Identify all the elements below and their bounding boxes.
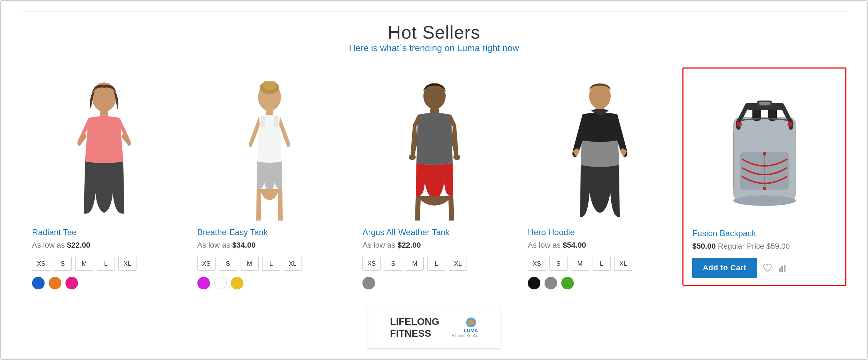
size-xl-hero-hoodie[interactable]: XL [614, 257, 632, 271]
product-price-breathe-easy-tank: As low as $34.00 [197, 241, 342, 250]
product-image-hero-hoodie[interactable] [528, 74, 672, 221]
color-options-breathe-easy-tank [197, 277, 342, 289]
color-options-radiant-tee [32, 277, 177, 289]
product-price-argus-tank: As low as $22.00 [362, 241, 507, 250]
product-name-breathe-easy-tank[interactable]: Breathe-Easy Tank [197, 227, 342, 237]
fusion-special-price: $50.00 [692, 242, 715, 250]
size-xs-argus[interactable]: XS [362, 257, 381, 271]
svg-point-20 [763, 152, 766, 155]
add-to-cart-button[interactable]: Add to Cart [692, 258, 757, 278]
banner-text: LIFELONG FITNESS [390, 316, 439, 339]
product-card-fusion-backpack: Fusion Backpack $50.00 Regular Price $59… [682, 67, 846, 286]
color-white-breathe-easy[interactable] [214, 277, 227, 289]
product-card-breathe-easy-tank: Breathe-Easy Tank As low as $34.00 XS S … [187, 67, 352, 296]
color-options-argus-tank [362, 277, 507, 289]
compare-button[interactable] [778, 263, 787, 272]
svg-point-11 [453, 154, 460, 160]
color-grey-argus[interactable] [362, 277, 375, 289]
color-green-hero-hoodie[interactable] [561, 277, 574, 289]
product-name-radiant-tee[interactable]: Radiant Tee [32, 227, 177, 237]
size-l-argus[interactable]: L [427, 257, 445, 271]
size-xl-breathe-easy[interactable]: XL [284, 257, 302, 271]
product-price-radiant-tee: As low as $22.00 [32, 241, 177, 250]
compare-icon [778, 263, 787, 272]
product-card-radiant-tee: Radiant Tee As low as $22.00 XS S M L XL [22, 67, 187, 296]
wishlist-button[interactable] [763, 263, 772, 273]
section-subtitle: Here is what`s trending on Luma right no… [22, 43, 846, 54]
product-image-argus-tank[interactable] [362, 74, 507, 221]
svg-rect-28 [759, 102, 770, 105]
svg-point-33 [468, 320, 474, 325]
svg-rect-6 [261, 116, 265, 127]
color-pink-radiant-tee[interactable] [65, 277, 78, 289]
svg-rect-25 [737, 122, 742, 126]
size-s-hero-hoodie[interactable]: S [549, 257, 568, 271]
size-options-argus-tank: XS S M L XL [362, 257, 507, 271]
bottom-banner: LIFELONG FITNESS LUMA Fitness Books [22, 307, 846, 349]
product-image-fusion-backpack[interactable] [692, 75, 837, 222]
product-price-fusion-backpack: $50.00 Regular Price $59.00 [692, 242, 837, 251]
color-orange-radiant-tee[interactable] [49, 277, 61, 289]
product-name-hero-hoodie[interactable]: Hero Hoodie [528, 227, 672, 237]
color-purple-breathe-easy[interactable] [197, 277, 210, 289]
product-price-hero-hoodie: As low as $54.00 [528, 241, 672, 250]
product-card-hero-hoodie: Hero Hoodie As low as $54.00 XS S M L XL [517, 67, 683, 296]
product-image-breathe-easy-tank[interactable] [197, 74, 342, 221]
product-card-argus-tank: Argus All-Weather Tank As low as $22.00 … [352, 67, 517, 296]
size-xl-radiant-tee[interactable]: XL [118, 257, 136, 271]
size-options-breathe-easy-tank: XS S M L XL [197, 257, 342, 271]
color-grey-hero-hoodie[interactable] [545, 277, 557, 289]
banner-line2: FITNESS [390, 328, 439, 339]
section-title-bar: Hot Sellers Here is what`s trending on L… [22, 11, 846, 54]
banner-line1: LIFELONG [390, 316, 439, 328]
size-m-radiant-tee[interactable]: M [75, 257, 93, 271]
svg-point-24 [733, 195, 796, 206]
size-s-breathe-easy[interactable]: S [219, 257, 237, 271]
svg-rect-30 [781, 266, 783, 272]
color-black-hero-hoodie[interactable] [528, 277, 540, 289]
size-l-hero-hoodie[interactable]: L [593, 257, 611, 271]
svg-rect-26 [788, 122, 792, 126]
svg-point-10 [409, 154, 416, 160]
size-s-argus[interactable]: S [384, 257, 402, 271]
banner-logo-sub: Fitness Books [452, 333, 478, 338]
color-yellow-breathe-easy[interactable] [231, 277, 243, 289]
color-options-hero-hoodie [528, 277, 672, 289]
size-xs-breathe-easy[interactable]: XS [197, 257, 216, 271]
products-grid: Radiant Tee As low as $22.00 XS S M L XL [22, 67, 846, 296]
size-xs-radiant-tee[interactable]: XS [32, 257, 50, 271]
size-l-radiant-tee[interactable]: L [97, 257, 115, 271]
heart-icon [763, 263, 772, 273]
page-wrapper: Hot Sellers Here is what`s trending on L… [1, 1, 867, 349]
size-xs-hero-hoodie[interactable]: XS [528, 257, 546, 271]
svg-rect-29 [779, 268, 781, 272]
banner-box[interactable]: LIFELONG FITNESS LUMA Fitness Books [368, 307, 500, 349]
size-options-hero-hoodie: XS S M L XL [528, 257, 672, 271]
svg-rect-31 [784, 265, 785, 272]
size-s-radiant-tee[interactable]: S [54, 257, 72, 271]
luma-logo-icon [464, 317, 478, 328]
size-l-breathe-easy[interactable]: L [262, 257, 280, 271]
banner-logo-name: LUMA [464, 328, 478, 333]
product-name-argus-tank[interactable]: Argus All-Weather Tank [362, 227, 507, 237]
fusion-regular-price: $59.00 [766, 242, 790, 250]
size-options-radiant-tee: XS S M L XL [32, 257, 177, 271]
size-m-argus[interactable]: M [406, 257, 424, 271]
banner-logo: LUMA Fitness Books [452, 317, 478, 338]
product-image-radiant-tee[interactable] [32, 74, 177, 221]
size-m-hero-hoodie[interactable]: M [571, 257, 589, 271]
size-xl-argus[interactable]: XL [449, 257, 467, 271]
product-name-fusion-backpack[interactable]: Fusion Backpack [692, 229, 837, 238]
svg-rect-7 [274, 116, 278, 127]
size-m-breathe-easy[interactable]: M [241, 257, 259, 271]
add-to-cart-row: Add to Cart [692, 258, 837, 278]
svg-point-21 [763, 187, 766, 190]
section-title: Hot Sellers [22, 22, 846, 43]
color-blue-radiant-tee[interactable] [32, 277, 45, 289]
